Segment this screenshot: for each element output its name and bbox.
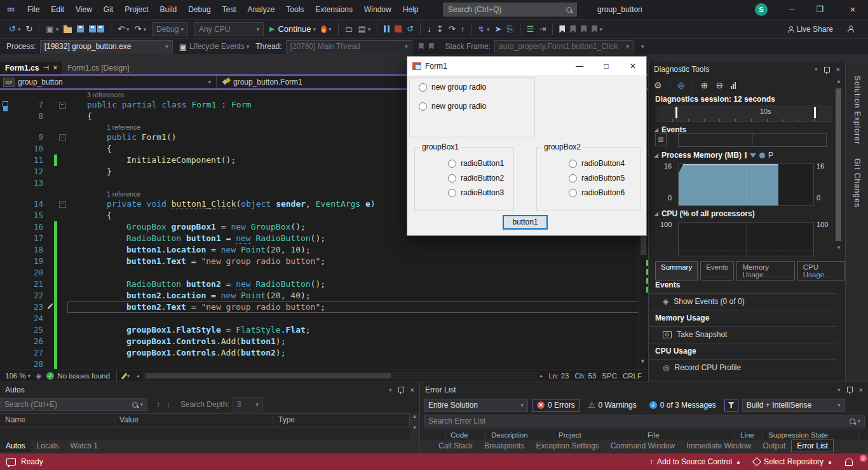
code-line[interactable]: 25groupBox1.FlatStyle = FlatStyle.Flat; xyxy=(0,324,648,336)
peek-definition-icon[interactable]: ⎘ xyxy=(506,24,513,34)
continue-button[interactable]: ▶ Continue▾ xyxy=(269,24,316,34)
error-list-search-input[interactable]: Search Error List ▾ xyxy=(424,415,865,427)
clear-bookmarks-icon[interactable]: ▾ xyxy=(592,25,602,33)
radio-button-1[interactable]: radioButton1 xyxy=(448,159,504,168)
pin-icon[interactable] xyxy=(847,387,853,392)
add-to-source-control-button[interactable]: ↑ Add to Source Control ▲ xyxy=(643,453,747,470)
panel-tab-command-window[interactable]: Command Window xyxy=(605,439,681,452)
tab-form1-cs[interactable]: Form1.cs⊣× xyxy=(0,62,62,74)
code-cleanup-icon[interactable] xyxy=(121,373,127,379)
close-icon[interactable]: × xyxy=(53,62,57,74)
fold-collapse-icon[interactable]: − xyxy=(59,102,66,109)
menu-item-edit[interactable]: Edit xyxy=(45,0,70,19)
issues-status[interactable]: No issues found xyxy=(57,372,109,380)
search-depth-dropdown[interactable]: 3▾ xyxy=(233,397,263,411)
code-line[interactable]: 28 xyxy=(0,359,648,369)
indent-less-icon[interactable]: ☰ xyxy=(527,24,534,34)
save-icon[interactable] xyxy=(77,25,84,32)
messages-toggle[interactable]: i 0 of 3 Messages xyxy=(645,399,721,411)
process-dropdown[interactable]: [19832] group_button.exe▾ xyxy=(40,40,173,53)
save-all-icon[interactable] xyxy=(89,25,104,32)
cursor-icon[interactable]: ➤ xyxy=(495,24,502,34)
window-position-icon[interactable]: ▾ xyxy=(815,66,818,73)
fold-collapse-icon[interactable]: − xyxy=(59,134,66,141)
lifecycle-label[interactable]: Lifecycle Events xyxy=(189,42,245,51)
menu-item-debug[interactable]: Debug xyxy=(182,0,216,19)
redo-icon[interactable]: ↷▾ xyxy=(135,24,146,34)
cpu-section-header[interactable]: ◢ CPU (% of all processors) xyxy=(654,209,755,218)
code-line[interactable]: 20 xyxy=(0,267,648,279)
tab-form1-cs-design-[interactable]: Form1.cs [Design] xyxy=(62,62,134,74)
code-line[interactable]: 26groupBox1.Controls.Add(button1); xyxy=(0,336,648,347)
zoom-out-icon[interactable]: ⊖ xyxy=(716,80,724,90)
notifications-button[interactable]: 2 xyxy=(839,453,868,470)
close-icon[interactable]: × xyxy=(836,66,840,73)
hot-reload-icon[interactable]: ▾ xyxy=(321,25,332,33)
stop-debug-icon[interactable] xyxy=(395,25,402,32)
memory-section-header[interactable]: ◢ Process Memory (MB) P xyxy=(654,151,773,160)
form-close-button[interactable]: ✕ xyxy=(620,62,646,71)
step-into-icon[interactable]: ↓ xyxy=(427,24,431,34)
autos-search-input[interactable]: Search (Ctrl+E) ▾ xyxy=(0,398,147,411)
minimize-button[interactable]: – xyxy=(778,0,806,19)
form-minimize-button[interactable]: — xyxy=(566,62,593,71)
show-next-statement-icon[interactable]: ↯▾ xyxy=(478,24,489,34)
scroll-down-icon[interactable]: ▼ xyxy=(836,245,841,251)
eol-indicator[interactable]: CRLF xyxy=(623,372,642,380)
summary-action-camera[interactable]: Take Snapshot xyxy=(649,326,837,343)
panel-tab-watch-1[interactable]: Watch 1 xyxy=(64,439,104,452)
menu-item-git[interactable]: Git xyxy=(98,0,119,19)
feedback-bubble-icon[interactable] xyxy=(6,458,16,466)
filter-button[interactable] xyxy=(724,399,738,411)
panel-tab-error-list[interactable]: Error List xyxy=(791,439,834,452)
scroll-down-icon[interactable]: ▼ xyxy=(640,358,646,364)
panel-tab-locals[interactable]: Locals xyxy=(31,439,65,452)
menu-item-extensions[interactable]: Extensions xyxy=(309,0,358,19)
errors-toggle[interactable]: ✕ 0 Errors xyxy=(532,399,580,411)
column-header-type[interactable]: Type xyxy=(273,414,410,427)
summary-action-events[interactable]: ◈Show Events (0 of 0) xyxy=(649,293,837,310)
close-button[interactable]: × xyxy=(839,0,867,19)
platform-dropdown[interactable]: Any CPU▾ xyxy=(194,22,264,36)
scroll-right-icon[interactable]: ▸ xyxy=(540,373,543,379)
menu-item-project[interactable]: Project xyxy=(119,0,154,19)
breadcrumb-type-dropdown[interactable]: group_button.Form1 xyxy=(216,76,302,88)
menu-item-window[interactable]: Window xyxy=(358,0,397,19)
select-repository-button[interactable]: Select Repository ▲ xyxy=(747,453,839,470)
space-mode-indicator[interactable]: SPC xyxy=(602,372,617,380)
close-icon[interactable]: × xyxy=(859,386,863,394)
editor-horizontal-scrollbar[interactable] xyxy=(142,372,538,380)
form1-title-bar[interactable]: Form1 — □ ✕ xyxy=(407,57,646,75)
timeline-ruler[interactable]: 10s xyxy=(656,105,832,122)
menu-item-help[interactable]: Help xyxy=(397,0,424,19)
zoom-level-dropdown[interactable]: 106 % xyxy=(5,372,26,380)
panel-tab-output[interactable]: Output xyxy=(757,439,791,452)
button1[interactable]: button1 xyxy=(503,215,548,230)
pause-icon[interactable] xyxy=(384,25,390,32)
search-up-icon[interactable]: ↑ xyxy=(156,400,160,409)
codelens-references[interactable]: 1 reference xyxy=(107,190,140,198)
code-line[interactable]: 18button1.Location = new Point(20, 10); xyxy=(0,244,648,256)
events-track[interactable] xyxy=(678,133,827,147)
new-project-icon[interactable]: ▣▾ xyxy=(46,24,58,34)
step-over-icon[interactable]: ↧ xyxy=(437,24,444,34)
undo-icon[interactable]: ↶▾ xyxy=(118,24,129,34)
solution-config-dropdown[interactable]: Debug▾ xyxy=(152,22,188,36)
scroll-up-icon[interactable]: ▲ xyxy=(836,78,841,84)
find-in-files-icon[interactable]: 🗀 xyxy=(345,24,353,34)
events-track-icon[interactable]: ▥ xyxy=(655,134,667,146)
zoom-in-icon[interactable]: ⊕ xyxy=(701,80,709,90)
panel-tab-autos[interactable]: Autos xyxy=(0,439,31,452)
breadcrumb-project-dropdown[interactable]: C# group_button ▾ xyxy=(0,76,216,88)
restart-icon[interactable]: ↺ xyxy=(407,24,414,34)
scope-dropdown[interactable]: Entire Solution▾ xyxy=(424,399,528,412)
flat-radio-1[interactable]: new group radio xyxy=(419,83,486,92)
side-tab-git-changes[interactable]: Git Changes xyxy=(853,153,862,208)
bookmark-icon[interactable] xyxy=(559,25,565,33)
thread-dropdown[interactable]: [20760] Main Thread▾ xyxy=(286,40,412,53)
pin-icon[interactable] xyxy=(398,387,404,392)
close-icon[interactable]: × xyxy=(410,386,414,394)
prev-bookmark-icon[interactable] xyxy=(570,25,576,33)
step-up-icon[interactable]: ↑ xyxy=(461,24,465,34)
summary-action-record[interactable]: ◎Record CPU Profile xyxy=(649,359,837,376)
